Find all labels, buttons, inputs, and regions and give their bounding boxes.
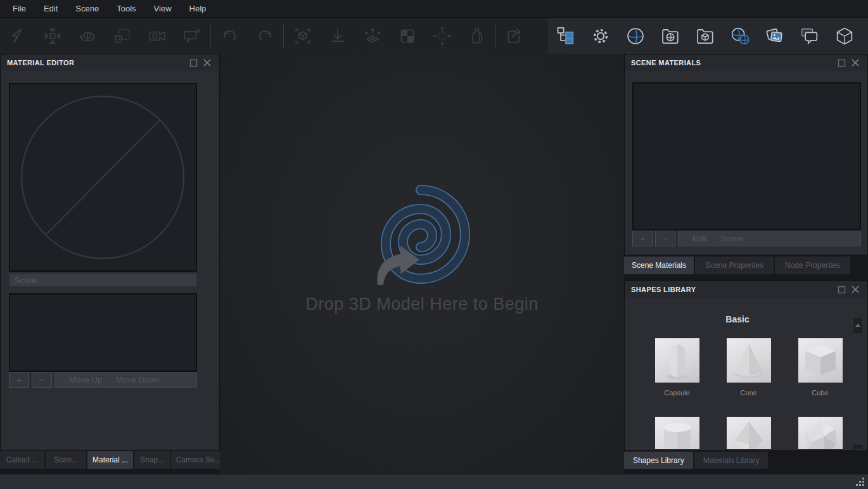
drop-to-ground-button[interactable] <box>320 18 355 54</box>
redo-icon <box>255 26 275 46</box>
add-material-button[interactable]: + <box>632 231 653 246</box>
menu-bar: File Edit Scene Tools View Help <box>0 0 868 18</box>
callouts-stack-icon <box>799 25 820 47</box>
select-arrow-button[interactable] <box>0 18 35 54</box>
scene-materials-panel: SCENE MATERIALS + − Edit Scene <box>624 54 868 255</box>
fit-view-button[interactable] <box>285 18 320 54</box>
callouts-button[interactable] <box>792 18 827 54</box>
scroll-up-button[interactable] <box>853 318 862 332</box>
resize-grip[interactable] <box>856 477 865 486</box>
close-button[interactable] <box>201 57 213 68</box>
drop-hint-text: Drop 3D Model Here to Begin <box>220 295 624 314</box>
tab-material[interactable]: Material ... <box>87 451 133 469</box>
shape-item-cylinder[interactable] <box>641 417 713 449</box>
render-camera-icon <box>147 26 167 46</box>
material-editor-title: MATERIAL EDITOR <box>7 59 185 67</box>
scrollbar-thumb[interactable] <box>853 333 862 445</box>
tab-camera[interactable]: Camera Se... <box>171 451 226 469</box>
shape-item-capsule[interactable]: Capsule <box>641 338 713 397</box>
material-name-field[interactable]: Scene <box>9 273 197 287</box>
checker-material-button[interactable] <box>390 18 424 54</box>
tab-scene-materials[interactable]: Scene Materials <box>624 257 694 274</box>
menu-view[interactable]: View <box>145 0 181 18</box>
capsule-icon <box>655 338 699 383</box>
tab-scene[interactable]: Scen... <box>46 451 86 469</box>
tab-materials-library[interactable]: Materials Library <box>694 452 769 469</box>
selection-box-button[interactable] <box>105 18 139 54</box>
tab-snap[interactable]: Snap... <box>134 451 170 469</box>
scene-materials-title: SCENE MATERIALS <box>631 59 833 67</box>
materials-folder-button[interactable] <box>653 18 687 54</box>
shape-item-cube[interactable]: Cube <box>784 338 856 397</box>
menu-edit[interactable]: Edit <box>35 0 67 18</box>
undo-button[interactable] <box>212 18 247 54</box>
orbit-button[interactable] <box>70 18 105 54</box>
explode-button[interactable] <box>424 18 459 54</box>
images-stack-icon <box>764 25 786 47</box>
scatter-icon <box>362 26 383 46</box>
move-down-button[interactable]: Move Down <box>116 375 160 384</box>
menu-tools[interactable]: Tools <box>108 0 144 18</box>
tab-shapes-library[interactable]: Shapes Library <box>624 452 693 469</box>
close-icon <box>203 58 212 67</box>
edit-material-button[interactable]: Edit <box>692 234 706 243</box>
shape-label: Cube <box>812 389 828 397</box>
material-editor-panel: MATERIAL EDITOR Scene + − Move Up Move D… <box>0 54 220 451</box>
add-layer-button[interactable]: + <box>9 372 29 388</box>
geometry-cube-icon <box>834 25 855 47</box>
shape-item-cone[interactable]: Cone <box>713 338 784 397</box>
viewport-drop-zone[interactable]: Drop 3D Model Here to Begin <box>220 54 624 474</box>
menu-file[interactable]: File <box>4 0 35 18</box>
material-preview[interactable] <box>9 83 197 272</box>
close-icon <box>851 58 860 67</box>
octahedron-icon <box>727 417 771 449</box>
remove-material-button[interactable]: − <box>655 231 675 246</box>
images-button[interactable] <box>757 18 792 54</box>
scatter-button[interactable] <box>355 18 390 54</box>
float-button[interactable] <box>836 284 847 295</box>
category-basic-heading: Basic <box>626 314 849 324</box>
tab-callout[interactable]: Callout ... <box>0 451 44 469</box>
share-export-button[interactable] <box>497 18 532 54</box>
move-up-button[interactable]: Move Up <box>69 375 102 384</box>
menu-help[interactable]: Help <box>181 0 215 18</box>
scene-tree-button[interactable] <box>548 18 583 54</box>
redo-button[interactable] <box>247 18 282 54</box>
menu-scene[interactable]: Scene <box>67 0 108 18</box>
shape-item-icosahedron[interactable] <box>784 417 856 449</box>
pan-move-icon <box>42 26 63 46</box>
icosahedron-icon <box>798 417 843 449</box>
tab-node-properties[interactable]: Node Properties <box>775 257 850 274</box>
scene-materials-button[interactable] <box>722 18 757 54</box>
scroll-down-button[interactable] <box>853 446 862 449</box>
close-button[interactable] <box>850 57 861 68</box>
object-bottle-button[interactable] <box>459 18 494 54</box>
close-button[interactable] <box>850 284 861 295</box>
float-button[interactable] <box>188 57 199 68</box>
shapes-library-content: Basic Capsule Cone <box>626 299 866 449</box>
scene-materials-spheres-icon <box>729 25 751 47</box>
float-button[interactable] <box>836 57 847 68</box>
add-callout-button[interactable] <box>174 18 209 54</box>
material-actions-bar: Edit Scene <box>678 231 861 246</box>
float-icon <box>189 59 198 67</box>
remove-layer-button[interactable]: − <box>32 372 52 388</box>
shapes-folder-button[interactable] <box>687 18 722 54</box>
render-camera-button[interactable] <box>139 18 174 54</box>
shapes-library-title: SHAPES LIBRARY <box>631 286 833 293</box>
float-icon <box>838 59 846 67</box>
scene-materials-list[interactable] <box>632 82 861 231</box>
shapes-scrollbar[interactable] <box>853 318 862 449</box>
pan-move-button[interactable] <box>35 18 70 54</box>
settings-gear-icon <box>590 25 611 47</box>
toolbar <box>0 18 868 54</box>
app-logo-icon <box>366 182 475 291</box>
material-sphere-button[interactable] <box>618 18 653 54</box>
explode-icon <box>432 26 452 46</box>
geometry-cube-button[interactable] <box>827 18 862 54</box>
shape-item-octahedron[interactable] <box>713 417 784 449</box>
scene-button[interactable]: Scene <box>720 234 744 243</box>
material-layers-list[interactable] <box>9 293 197 372</box>
tab-scene-properties[interactable]: Scene Properties <box>695 257 774 274</box>
settings-button[interactable] <box>583 18 618 54</box>
